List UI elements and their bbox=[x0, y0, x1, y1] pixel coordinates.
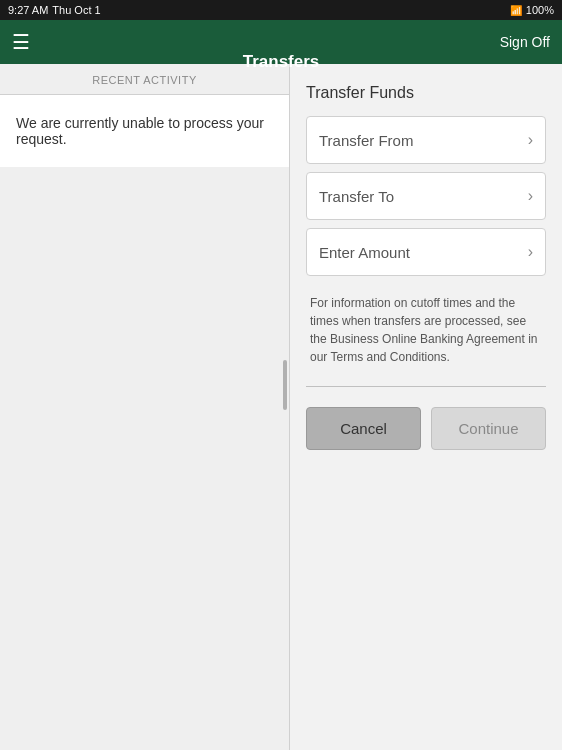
nav-title: Transfers bbox=[243, 40, 320, 84]
enter-amount-chevron-icon: › bbox=[528, 243, 533, 261]
error-message: We are currently unable to process your … bbox=[0, 95, 289, 167]
info-text: For information on cutoff times and the … bbox=[306, 284, 546, 376]
left-panel: RECENT ACTIVITY We are currently unable … bbox=[0, 64, 290, 750]
cancel-button[interactable]: Cancel bbox=[306, 407, 421, 450]
enter-amount-label: Enter Amount bbox=[319, 244, 410, 261]
sign-off-button[interactable]: Sign Off bbox=[500, 34, 550, 50]
status-time: 9:27 AM bbox=[8, 4, 48, 16]
panel-title: Transfer Funds bbox=[306, 84, 546, 102]
enter-amount-row[interactable]: Enter Amount › bbox=[306, 228, 546, 276]
transfer-from-label: Transfer From bbox=[319, 132, 413, 149]
transfer-to-chevron-icon: › bbox=[528, 187, 533, 205]
transfer-to-row[interactable]: Transfer To › bbox=[306, 172, 546, 220]
status-bar: 9:27 AM Thu Oct 1 📶 100% bbox=[0, 0, 562, 20]
divider bbox=[306, 386, 546, 387]
status-date: Thu Oct 1 bbox=[52, 4, 100, 16]
wifi-icon: 📶 bbox=[510, 5, 522, 16]
status-right: 📶 100% bbox=[510, 4, 554, 16]
menu-icon[interactable]: ☰ bbox=[12, 30, 30, 54]
continue-button: Continue bbox=[431, 407, 546, 450]
button-row: Cancel Continue bbox=[306, 407, 546, 450]
main-content: RECENT ACTIVITY We are currently unable … bbox=[0, 64, 562, 750]
nav-bar: ☰ Transfers Sign Off bbox=[0, 20, 562, 64]
transfer-to-label: Transfer To bbox=[319, 188, 394, 205]
battery-indicator: 100% bbox=[526, 4, 554, 16]
transfer-from-chevron-icon: › bbox=[528, 131, 533, 149]
scroll-indicator bbox=[283, 360, 287, 410]
transfer-from-row[interactable]: Transfer From › bbox=[306, 116, 546, 164]
status-left: 9:27 AM Thu Oct 1 bbox=[8, 4, 101, 16]
right-panel: Transfer Funds Transfer From › Transfer … bbox=[290, 64, 562, 750]
